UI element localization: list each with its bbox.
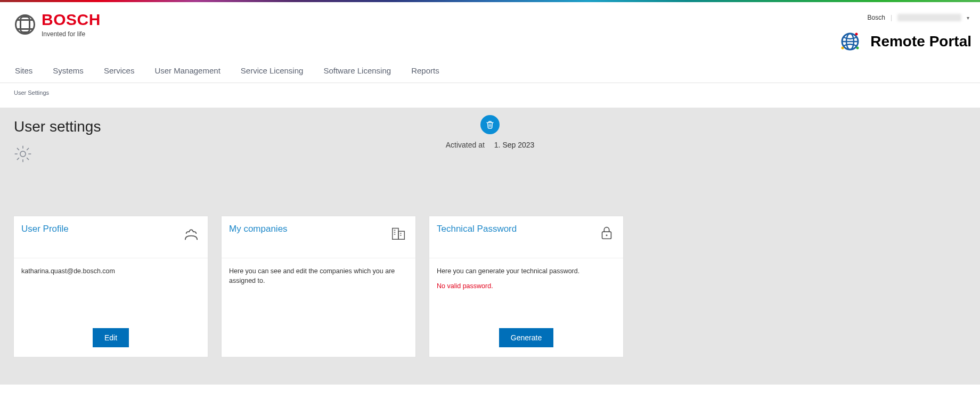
activation-date: 1. Sep 2023 — [494, 141, 535, 149]
tech-pw-warning: No valid password. — [437, 282, 616, 291]
header-right: Bosch | ▾ Remote Portal — [839, 12, 975, 52]
companies-body: Here you can see and edit the companies … — [229, 267, 395, 284]
main-nav: Sites Systems Services User Management S… — [0, 52, 980, 83]
card-user-profile: User Profile katharina.quast@de.bosch.co… — [14, 216, 208, 357]
brand: BOSCH Invented for life — [15, 12, 101, 37]
tech-pw-body: Here you can generate your technical pas… — [437, 267, 616, 276]
svg-point-6 — [20, 151, 26, 157]
nav-services[interactable]: Services — [104, 66, 135, 75]
nav-service-licensing[interactable]: Service Licensing — [241, 66, 304, 75]
content: User settings Activated at 1. Sep 20 — [0, 108, 980, 385]
user-menu[interactable]: Bosch | ▾ — [862, 12, 975, 23]
user-menu-label: Bosch — [868, 14, 885, 21]
nav-user-management[interactable]: User Management — [154, 66, 220, 75]
svg-point-4 — [842, 47, 844, 50]
bosch-logo-icon — [15, 14, 35, 35]
edit-button[interactable]: Edit — [93, 328, 129, 347]
svg-point-3 — [855, 33, 858, 36]
svg-rect-16 — [398, 231, 404, 239]
nav-reports[interactable]: Reports — [411, 66, 439, 75]
card-technical-password: Technical Password Here you can generate… — [429, 216, 623, 357]
svg-line-11 — [17, 148, 19, 150]
buildings-icon — [390, 224, 408, 242]
nav-software-licensing[interactable]: Software Licensing — [323, 66, 391, 75]
cards-row: User Profile katharina.quast@de.bosch.co… — [14, 216, 966, 357]
nav-systems[interactable]: Systems — [53, 66, 84, 75]
separator: | — [891, 14, 892, 21]
svg-line-13 — [17, 158, 19, 160]
activation-label: Activated at — [446, 141, 485, 149]
brand-name: BOSCH — [42, 12, 101, 28]
globe-icon — [839, 31, 861, 52]
portal-title: Remote Portal — [870, 33, 971, 50]
chevron-down-icon: ▾ — [967, 15, 969, 21]
brand-tagline: Invented for life — [42, 31, 101, 37]
svg-line-14 — [27, 148, 29, 150]
card-title: My companies — [229, 224, 288, 234]
svg-line-12 — [27, 158, 29, 160]
profile-email: katharina.quast@de.bosch.com — [21, 267, 115, 275]
svg-point-23 — [606, 234, 608, 236]
user-icon — [182, 224, 200, 242]
brand-text: BOSCH Invented for life — [42, 12, 101, 37]
generate-button[interactable]: Generate — [499, 328, 553, 347]
svg-point-5 — [856, 47, 859, 50]
card-my-companies: My companies Here you can see and edit t… — [222, 216, 415, 357]
card-title: Technical Password — [437, 224, 517, 234]
gear-icon — [14, 145, 32, 163]
delete-button[interactable] — [480, 115, 500, 134]
breadcrumb: User Settings — [0, 83, 980, 108]
user-name-redacted — [897, 14, 961, 21]
trash-icon — [485, 120, 495, 129]
nav-sites[interactable]: Sites — [15, 66, 32, 75]
portal-brand: Remote Portal — [839, 31, 975, 52]
header: BOSCH Invented for life Bosch | ▾ — [0, 2, 980, 52]
activation-info: Activated at 1. Sep 2023 — [446, 141, 535, 149]
breadcrumb-item[interactable]: User Settings — [14, 89, 49, 96]
card-title: User Profile — [21, 224, 69, 234]
lock-icon — [598, 224, 616, 242]
